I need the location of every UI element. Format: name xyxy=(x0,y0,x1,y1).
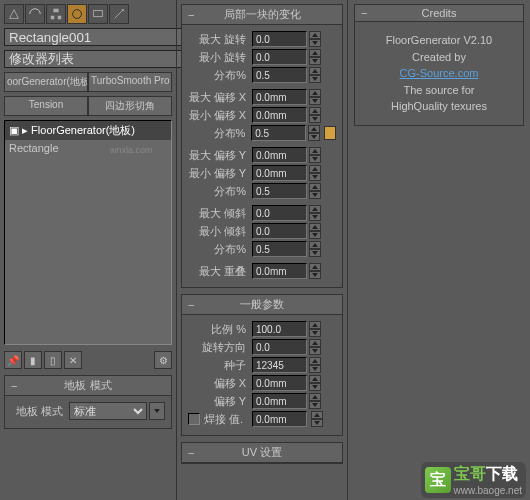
weld-input[interactable] xyxy=(252,411,307,427)
param-label: 最大 旋转 xyxy=(188,32,250,47)
spinner-buttons[interactable] xyxy=(309,339,321,355)
param-input[interactable] xyxy=(252,89,307,105)
param-label: 最小 旋转 xyxy=(188,50,250,65)
floor-mode-header[interactable]: − 地板 模式 xyxy=(5,376,171,396)
credits-header[interactable]: − Credits xyxy=(355,5,523,22)
spinner-up-icon xyxy=(309,31,321,39)
rollup-title: Credits xyxy=(422,7,457,19)
floor-mode-select[interactable]: 标准 xyxy=(69,402,147,420)
modifier-preset-floorgen[interactable]: oorGenerator(地板 xyxy=(4,72,88,92)
modifier-preset-turbosmooth[interactable]: TurboSmooth Pro xyxy=(88,72,172,92)
weld-checkbox[interactable] xyxy=(188,413,200,425)
spinner-buttons[interactable] xyxy=(311,411,323,427)
params-panel: − 局部一块的变化 最大 旋转 最小 旋转 分布% 最大 偏移 X xyxy=(176,0,348,500)
general-params-header[interactable]: − 一般参数 xyxy=(182,295,342,315)
param-input[interactable] xyxy=(252,241,307,257)
svg-rect-0 xyxy=(53,9,58,13)
spinner-buttons[interactable] xyxy=(309,67,321,83)
param-input[interactable] xyxy=(252,67,307,83)
param-row: 分布% xyxy=(188,67,336,83)
param-input[interactable] xyxy=(252,357,307,373)
spinner-buttons[interactable] xyxy=(309,241,321,257)
param-label: 最大 偏移 Y xyxy=(188,148,250,163)
param-input[interactable] xyxy=(252,393,307,409)
configure-sets-icon[interactable]: ⚙ xyxy=(154,351,172,369)
spinner-buttons[interactable] xyxy=(309,89,321,105)
spinner-down-icon xyxy=(309,231,321,239)
spinner-up-icon xyxy=(309,223,321,231)
param-label: 最大 偏移 X xyxy=(188,90,250,105)
param-input[interactable] xyxy=(251,125,306,141)
credits-line2: Created by xyxy=(359,49,519,66)
spinner-down-icon xyxy=(309,383,321,391)
param-label: 最小 倾斜 xyxy=(188,224,250,239)
rollup-title: UV 设置 xyxy=(242,445,282,460)
param-input[interactable] xyxy=(252,263,307,279)
spinner-buttons[interactable] xyxy=(309,393,321,409)
hierarchy-tab-icon[interactable] xyxy=(46,4,66,24)
utilities-tab-icon[interactable] xyxy=(109,4,129,24)
spinner-down-icon xyxy=(309,365,321,373)
param-input[interactable] xyxy=(252,321,307,337)
param-input[interactable] xyxy=(252,339,307,355)
lock-icon[interactable] xyxy=(324,126,336,140)
credits-link[interactable]: CG-Source.com xyxy=(359,65,519,82)
motion-tab-icon[interactable] xyxy=(67,4,87,24)
spinner-buttons[interactable] xyxy=(309,147,321,163)
spinner-down-icon xyxy=(309,249,321,257)
spinner-buttons[interactable] xyxy=(309,205,321,221)
modifier-list-dropdown[interactable] xyxy=(4,50,183,68)
spinner-down-icon xyxy=(309,271,321,279)
spinner-buttons[interactable] xyxy=(309,375,321,391)
param-input[interactable] xyxy=(252,49,307,65)
floor-mode-dropdown-btn[interactable] xyxy=(149,402,165,420)
modify-tab-icon[interactable] xyxy=(25,4,45,24)
show-end-result-icon[interactable]: ▮ xyxy=(24,351,42,369)
make-unique-icon[interactable]: ▯ xyxy=(44,351,62,369)
param-input[interactable] xyxy=(252,183,307,199)
spinner-buttons[interactable] xyxy=(308,125,320,141)
param-row: 偏移 X xyxy=(188,375,336,391)
param-input[interactable] xyxy=(252,375,307,391)
param-input[interactable] xyxy=(252,165,307,181)
param-input[interactable] xyxy=(252,31,307,47)
spinner-up-icon xyxy=(309,147,321,155)
param-label: 最大 倾斜 xyxy=(188,206,250,221)
spinner-buttons[interactable] xyxy=(309,263,321,279)
spinner-down-icon xyxy=(308,133,320,141)
spinner-down-icon xyxy=(309,173,321,181)
local-variation-header[interactable]: − 局部一块的变化 xyxy=(182,5,342,25)
display-tab-icon[interactable] xyxy=(88,4,108,24)
param-input[interactable] xyxy=(252,147,307,163)
spinner-up-icon xyxy=(309,357,321,365)
param-row: 种子 xyxy=(188,357,336,373)
param-label: 分布% xyxy=(188,184,250,199)
create-tab-icon[interactable] xyxy=(4,4,24,24)
spinner-buttons[interactable] xyxy=(309,321,321,337)
spinner-buttons[interactable] xyxy=(309,183,321,199)
stack-item-floorgenerator[interactable]: ▣ ▸ FloorGenerator(地板) xyxy=(5,121,171,140)
remove-modifier-icon[interactable]: ✕ xyxy=(64,351,82,369)
param-input[interactable] xyxy=(252,205,307,221)
param-row: 比例 % xyxy=(188,321,336,337)
modifier-preset-quadchamfer[interactable]: 四边形切角 xyxy=(88,96,172,116)
param-input[interactable] xyxy=(252,223,307,239)
spinner-buttons[interactable] xyxy=(309,49,321,65)
stack-toolbar: 📌 ▮ ▯ ✕ ⚙ xyxy=(4,349,172,371)
param-input[interactable] xyxy=(252,107,307,123)
spinner-up-icon xyxy=(309,321,321,329)
pin-stack-icon[interactable]: 📌 xyxy=(4,351,22,369)
uv-settings-header[interactable]: − UV 设置 xyxy=(182,443,342,463)
spinner-buttons[interactable] xyxy=(309,223,321,239)
spinner-buttons[interactable] xyxy=(309,357,321,373)
spinner-buttons[interactable] xyxy=(309,107,321,123)
param-row: 最小 旋转 xyxy=(188,49,336,65)
param-label: 种子 xyxy=(188,358,250,373)
modifier-preset-tension[interactable]: Tension xyxy=(4,96,88,116)
spinner-buttons[interactable] xyxy=(309,165,321,181)
object-name-input[interactable] xyxy=(4,28,183,46)
modifier-panel: oorGenerator(地板 TurboSmooth Pro Tension … xyxy=(0,0,176,500)
param-row: 最小 倾斜 xyxy=(188,223,336,239)
param-row: 偏移 Y xyxy=(188,393,336,409)
spinner-buttons[interactable] xyxy=(309,31,321,47)
